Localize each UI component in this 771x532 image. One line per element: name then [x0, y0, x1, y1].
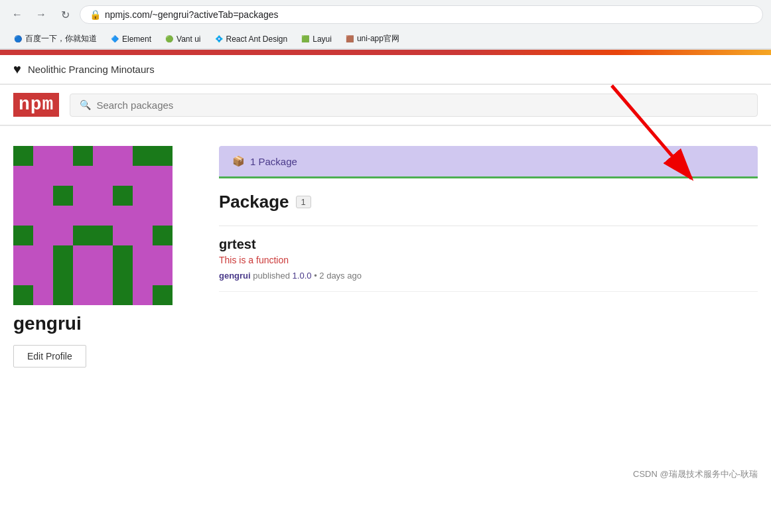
footer: CSDN @瑞晟技术服务中心-耿瑞 [0, 458, 771, 491]
edit-profile-button[interactable]: Edit Profile [13, 345, 86, 367]
browser-chrome: ← → ↻ 🔒 npmjs.com/~gengrui?activeTab=pac… [0, 0, 771, 50]
svg-rect-23 [153, 245, 173, 265]
back-button[interactable]: ← [8, 5, 27, 24]
content-area: 📦 1 Package Package 1 [219, 146, 758, 438]
baidu-icon: 🔵 [13, 34, 23, 44]
svg-rect-12 [153, 166, 173, 186]
username: gengrui [13, 313, 199, 334]
bookmark-react-ant-label: React Ant Design [226, 34, 288, 44]
bookmark-react-ant[interactable]: 💠 React Ant Design [209, 33, 293, 45]
avatar [13, 146, 173, 305]
svg-rect-11 [133, 166, 153, 186]
svg-rect-15 [133, 186, 173, 206]
svg-rect-7 [53, 166, 73, 186]
npm-header: npm 🔍 [0, 85, 771, 125]
svg-rect-6 [33, 166, 53, 186]
bookmark-uniapp-label: uni-app官网 [357, 33, 399, 44]
search-bar[interactable]: 🔍 [70, 94, 758, 117]
search-icon: 🔍 [80, 100, 91, 110]
npm-logo-text: npm [13, 93, 59, 117]
svg-rect-28 [133, 265, 173, 285]
published-verb: published [253, 271, 290, 281]
npm-logo[interactable]: npm [13, 93, 59, 117]
svg-rect-31 [133, 285, 153, 305]
layui-icon: 🟩 [301, 34, 310, 44]
svg-rect-3 [93, 146, 113, 166]
svg-rect-8 [73, 166, 93, 186]
bookmark-vant-label: Vant ui [176, 34, 200, 44]
svg-rect-25 [53, 265, 73, 285]
footer-text: CSDN @瑞晟技术服务中心-耿瑞 [633, 469, 758, 479]
bookmark-uniapp[interactable]: 🟫 uni-app官网 [340, 32, 405, 46]
svg-rect-19 [13, 245, 33, 265]
svg-rect-21 [73, 245, 113, 265]
element-icon: 🔷 [110, 34, 119, 44]
heart-icon: ♥ [13, 62, 21, 77]
bookmark-layui[interactable]: 🟩 Layui [295, 33, 337, 45]
package-version: 1.0.0 [293, 271, 312, 281]
bookmark-baidu[interactable]: 🔵 百度一下，你就知道 [8, 32, 102, 46]
package-description: This is a function [219, 255, 758, 265]
package-count-badge: 1 [296, 196, 311, 208]
main-content: gengrui Edit Profile 📦 1 Package [0, 126, 771, 458]
svg-rect-16 [13, 206, 173, 226]
uniapp-icon: 🟫 [345, 34, 354, 44]
table-row: grtest This is a function gengrui publis… [219, 226, 758, 292]
svg-rect-13 [13, 186, 53, 206]
svg-rect-1 [33, 146, 53, 166]
lock-icon: 🔒 [90, 9, 101, 20]
top-accent-bar [0, 50, 771, 55]
bookmark-layui-label: Layui [313, 34, 332, 44]
package-title: Package [219, 192, 289, 212]
svg-rect-18 [113, 226, 153, 245]
tab-packages[interactable]: 📦 1 Package [219, 146, 758, 176]
publisher-name[interactable]: gengrui [219, 271, 251, 281]
svg-rect-20 [33, 245, 53, 265]
react-ant-icon: 💠 [214, 34, 224, 44]
browser-nav: ← → ↻ 🔒 npmjs.com/~gengrui?activeTab=pac… [0, 0, 771, 29]
svg-rect-4 [113, 146, 133, 166]
package-name[interactable]: grtest [219, 237, 758, 252]
svg-rect-14 [73, 186, 113, 206]
svg-rect-10 [113, 166, 133, 186]
tab-packages-label: 1 Package [250, 156, 297, 167]
bookmark-vant[interactable]: 🟢 Vant ui [159, 33, 206, 45]
package-heading: Package 1 [219, 192, 758, 212]
svg-rect-22 [133, 245, 153, 265]
package-meta: gengrui published 1.0.0 • 2 days ago [219, 271, 758, 281]
svg-rect-30 [73, 285, 113, 305]
time-ago: 2 days ago [319, 271, 362, 281]
svg-rect-17 [33, 226, 73, 245]
bookmark-element-label: Element [122, 34, 151, 44]
svg-rect-29 [33, 285, 53, 305]
svg-rect-26 [73, 265, 113, 285]
notification-text: Neolithic Prancing Minotaurs [28, 64, 155, 75]
bookmark-element[interactable]: 🔷 Element [105, 33, 157, 45]
svg-rect-5 [13, 166, 33, 186]
vant-icon: 🟢 [165, 34, 174, 44]
svg-rect-2 [53, 146, 73, 166]
notification-bar: ♥ Neolithic Prancing Minotaurs [0, 55, 771, 84]
tab-bar: 📦 1 Package [219, 146, 758, 178]
forward-button[interactable]: → [32, 5, 50, 24]
svg-rect-9 [93, 166, 113, 186]
refresh-button[interactable]: ↻ [56, 5, 74, 24]
dot-separator: • [314, 271, 317, 281]
svg-rect-27 [113, 265, 133, 285]
svg-rect-24 [13, 265, 53, 285]
url-text: npmjs.com/~gengrui?activeTab=packages [105, 9, 279, 20]
search-input[interactable] [96, 100, 748, 111]
package-section: Package 1 grtest This is a function geng… [219, 178, 758, 305]
address-bar[interactable]: 🔒 npmjs.com/~gengrui?activeTab=packages [80, 5, 763, 24]
sidebar: gengrui Edit Profile [13, 146, 199, 438]
package-tab-icon: 📦 [232, 155, 245, 167]
bookmarks-bar: 🔵 百度一下，你就知道 🔷 Element 🟢 Vant ui 💠 React … [0, 29, 771, 49]
bookmark-baidu-label: 百度一下，你就知道 [25, 33, 97, 44]
